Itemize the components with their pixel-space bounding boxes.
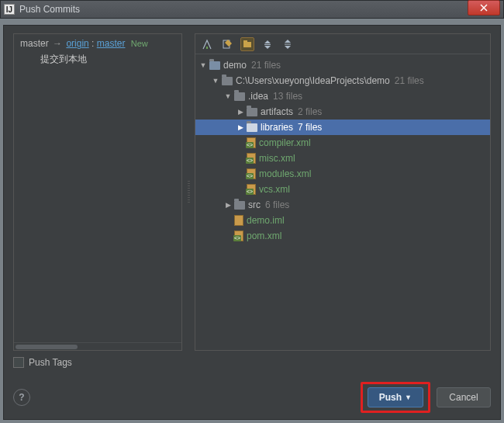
help-button[interactable]: ? <box>13 389 30 406</box>
xml-file-icon: <> <box>234 231 243 241</box>
folder-icon <box>234 201 245 210</box>
svg-rect-0 <box>206 47 208 49</box>
window-close-button[interactable] <box>468 0 500 16</box>
branch-spec[interactable]: master → origin : master New <box>14 34 181 51</box>
xml-file-icon: <> <box>247 153 256 164</box>
show-diff-button[interactable] <box>200 37 214 51</box>
chevron-right-icon[interactable]: ▶ <box>223 201 233 209</box>
iml-file-icon <box>234 215 243 226</box>
tree-node-file[interactable]: • <> vcs.xml <box>195 182 490 197</box>
window-title: Push Commits <box>19 4 80 15</box>
svg-rect-4 <box>264 44 271 45</box>
chevron-down-icon[interactable]: ▼ <box>211 77 220 85</box>
tree-node-file[interactable]: • <> compiler.xml <box>195 135 490 151</box>
remote-branch-link[interactable]: master <box>97 38 126 49</box>
tree-node-file[interactable]: • demo.iml <box>195 213 490 228</box>
local-branch: master <box>20 38 49 49</box>
tree-node-file[interactable]: • <> modules.xml <box>195 166 490 182</box>
remote-name-link[interactable]: origin <box>66 38 88 49</box>
commit-message[interactable]: 提交到本地 <box>14 51 181 69</box>
folder-icon <box>247 108 257 116</box>
folder-icon <box>247 123 257 132</box>
push-tags-label: Push Tags <box>29 357 72 368</box>
tree-node-file[interactable]: • <> pom.xml <box>195 228 490 244</box>
push-commits-dialog: master → origin : master New 提交到本地 <box>3 25 501 420</box>
expand-all-button[interactable] <box>261 37 274 51</box>
edit-button[interactable] <box>220 37 234 51</box>
dropdown-caret-icon: ▼ <box>405 394 412 401</box>
folder-icon <box>234 92 245 101</box>
svg-rect-5 <box>285 43 291 44</box>
module-folder-icon <box>209 61 220 70</box>
close-icon <box>480 4 488 12</box>
tree-node-artifacts[interactable]: ▶ artifacts 2 files <box>195 104 490 120</box>
push-tags-checkbox[interactable] <box>13 357 24 368</box>
intellij-icon: IJ <box>4 4 15 15</box>
xml-file-icon: <> <box>247 184 256 195</box>
svg-rect-3 <box>243 40 247 43</box>
commits-pane: master → origin : master New 提交到本地 <box>13 33 182 351</box>
tree-node-src[interactable]: ▶ src 6 files <box>195 197 490 213</box>
chevron-right-icon[interactable]: ▶ <box>236 123 245 131</box>
push-tags-option[interactable]: Push Tags <box>13 357 491 368</box>
xml-file-icon: <> <box>247 137 256 148</box>
chevron-down-icon[interactable]: ▼ <box>223 92 233 100</box>
group-by-directory-button[interactable] <box>240 37 254 51</box>
splitter-handle[interactable] <box>187 33 190 351</box>
chevron-right-icon[interactable]: ▶ <box>236 108 245 116</box>
push-button[interactable]: Push▼ <box>368 387 423 407</box>
cancel-button[interactable]: Cancel <box>437 387 491 407</box>
tree-node-libraries[interactable]: ▶ libraries 7 files <box>195 120 490 135</box>
tree-node-path[interactable]: ▼ C:\Users\xueyong\IdeaProjects\demo 21 … <box>195 73 490 88</box>
tree-node-idea[interactable]: ▼ .idea 13 files <box>195 88 490 104</box>
xml-file-icon: <> <box>247 168 256 179</box>
collapse-all-button[interactable] <box>281 37 295 51</box>
title-bar: IJ Push Commits <box>0 0 504 19</box>
horizontal-scrollbar[interactable] <box>14 342 181 350</box>
arrow-icon: → <box>53 38 62 49</box>
svg-rect-2 <box>243 42 251 47</box>
changes-pane: ▼ demo 21 files ▼ C:\Users\xueyong\IdeaP… <box>195 33 491 351</box>
folder-icon <box>222 77 233 85</box>
new-branch-badge: New <box>131 39 148 48</box>
annotation-highlight: Push▼ <box>361 382 430 413</box>
file-tree[interactable]: ▼ demo 21 files ▼ C:\Users\xueyong\IdeaP… <box>195 54 490 350</box>
tree-node-file[interactable]: • <> misc.xml <box>195 151 490 166</box>
tree-node-root[interactable]: ▼ demo 21 files <box>195 57 490 73</box>
changes-toolbar <box>195 34 490 54</box>
chevron-down-icon[interactable]: ▼ <box>198 61 208 69</box>
